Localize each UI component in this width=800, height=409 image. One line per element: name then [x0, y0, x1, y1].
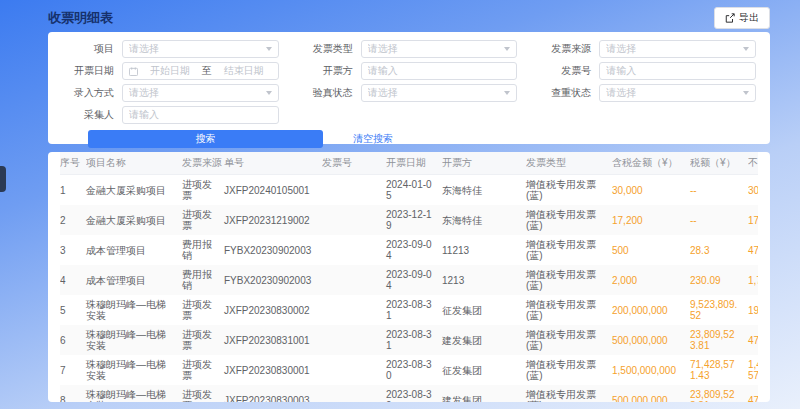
table-cell: 71,428,571.43 — [690, 355, 748, 385]
table-cell: 8 — [60, 385, 86, 402]
table-cell: 476,190,476.19 — [748, 385, 758, 402]
invoice-detail-page: 收票明细表 导出 项目请选择发票类型请选择发票来源请选择开票日期开始日期至结束日… — [0, 0, 800, 409]
table-row[interactable]: 1金融大厦采购项目进项发票JXFP202401050012024-01-05东海… — [60, 175, 758, 206]
search-button[interactable]: 搜索 — [88, 130, 323, 148]
chevron-down-icon — [743, 47, 749, 51]
table-cell: 2023-09-04 — [386, 235, 442, 265]
select-1[interactable]: 请选择 — [122, 40, 279, 58]
table-cell — [322, 235, 386, 265]
column-header: 发票来源 — [182, 152, 224, 175]
table-cell: 增值税专用发票(蓝) — [526, 295, 612, 325]
column-header: 发票类型 — [526, 152, 612, 175]
table-cell — [322, 175, 386, 206]
page-title: 收票明细表 — [48, 9, 113, 27]
table-row[interactable]: 5珠穆朗玛峰—电梯安装进项发票JXFP202308300022023-08-31… — [60, 295, 758, 325]
table-cell: 1213 — [442, 265, 526, 295]
table-cell: 费用报销 — [182, 265, 224, 295]
table-cell: -- — [690, 205, 748, 235]
table-cell: 增值税专用发票(蓝) — [526, 265, 612, 295]
select-7[interactable]: 请选择 — [122, 84, 279, 102]
column-header: 项目名称 — [86, 152, 182, 175]
select-3[interactable]: 请选择 — [599, 40, 756, 58]
column-header: 单号 — [224, 152, 322, 175]
table-cell: 5 — [60, 295, 86, 325]
table-cell: 进项发票 — [182, 175, 224, 206]
table-cell: FYBX20230902003 — [224, 235, 322, 265]
filter-grid: 项目请选择发票类型请选择发票来源请选择开票日期开始日期至结束日期开票方请输入发票… — [62, 41, 756, 123]
column-header: 序号 — [60, 152, 86, 175]
table-cell: 费用报销 — [182, 235, 224, 265]
filter-actions: 搜索 清空搜索 — [88, 130, 756, 148]
table-cell: 2023-08-31 — [386, 325, 442, 355]
filter-field-1: 项目请选择 — [62, 41, 279, 57]
table-cell: 23,809,523.81 — [690, 325, 748, 355]
text-input-10[interactable]: 请输入 — [122, 106, 279, 124]
select-9[interactable]: 请选择 — [599, 84, 756, 102]
filter-field-10: 采集人请输入 — [62, 107, 279, 123]
table-cell: 500,000,000 — [612, 385, 690, 402]
text-input-5[interactable]: 请输入 — [361, 62, 518, 80]
export-button[interactable]: 导出 — [714, 7, 770, 29]
table-cell: 1,428,571,428.57 — [748, 355, 758, 385]
table-cell: 30,000 — [748, 175, 758, 206]
title-bar: 收票明细表 导出 — [48, 8, 770, 28]
column-header: 不含税金额（¥） — [748, 152, 758, 175]
select-2[interactable]: 请选择 — [361, 40, 518, 58]
export-label: 导出 — [739, 11, 759, 25]
table-cell: 2023-08-30 — [386, 385, 442, 402]
table-header-row: 序号项目名称发票来源单号发票号开票日期开票方发票类型含税金额（¥）税额（¥）不含… — [60, 152, 758, 175]
filter-field-2: 发票类型请选择 — [301, 41, 518, 57]
sidebar-drawer-handle[interactable] — [0, 166, 6, 192]
main-content: 收票明细表 导出 项目请选择发票类型请选择发票来源请选择开票日期开始日期至结束日… — [48, 8, 770, 402]
invoice-table-card: 序号项目名称发票来源单号发票号开票日期开票方发票类型含税金额（¥）税额（¥）不含… — [48, 152, 770, 402]
table-cell: 9,523,809.52 — [690, 295, 748, 325]
table-cell: 1 — [60, 175, 86, 206]
filter-field-label: 发票号 — [539, 64, 591, 78]
table-row[interactable]: 6珠穆朗玛峰—电梯安装进项发票JXFP202308310012023-08-31… — [60, 325, 758, 355]
table-cell: JXFP20240105001 — [224, 175, 322, 206]
table-cell: 进项发票 — [182, 385, 224, 402]
table-cell: 500,000,000 — [612, 325, 690, 355]
table-row[interactable]: 8珠穆朗玛峰—电梯安装进项发票JXFP202308300032023-08-30… — [60, 385, 758, 402]
chevron-down-icon — [266, 91, 272, 95]
table-cell: 成本管理项目 — [86, 235, 182, 265]
table-cell: 进项发票 — [182, 205, 224, 235]
filter-field-5: 开票方请输入 — [301, 63, 518, 79]
table-cell: 17,200 — [748, 205, 758, 235]
table-row[interactable]: 7珠穆朗玛峰—电梯安装进项发票JXFP202308300012023-08-30… — [60, 355, 758, 385]
invoice-table: 序号项目名称发票来源单号发票号开票日期开票方发票类型含税金额（¥）税额（¥）不含… — [60, 152, 758, 402]
table-cell: 2 — [60, 205, 86, 235]
table-cell: 30,000 — [612, 175, 690, 206]
table-cell — [322, 265, 386, 295]
table-body: 1金融大厦采购项目进项发票JXFP202401050012024-01-05东海… — [60, 175, 758, 403]
clear-search-link[interactable]: 清空搜索 — [353, 132, 393, 146]
table-cell: 23,809,523.81 — [690, 385, 748, 402]
filter-field-label: 发票类型 — [301, 42, 353, 56]
chevron-down-icon — [504, 47, 510, 51]
table-cell: 476,190,476.19 — [748, 325, 758, 355]
table-cell: 2023-08-31 — [386, 295, 442, 325]
table-cell: -- — [690, 175, 748, 206]
filter-field-label: 开票方 — [301, 64, 353, 78]
table-cell: 珠穆朗玛峰—电梯安装 — [86, 295, 182, 325]
table-cell: 7 — [60, 355, 86, 385]
select-8[interactable]: 请选择 — [361, 84, 518, 102]
table-cell: 190,476,190.48 — [748, 295, 758, 325]
table-cell: 200,000,000 — [612, 295, 690, 325]
table-row[interactable]: 2金融大厦采购项目进项发票JXFP202312190022023-12-19东海… — [60, 205, 758, 235]
table-cell: 东海特佳 — [442, 175, 526, 206]
table-row[interactable]: 3成本管理项目费用报销FYBX202309020032023-09-041121… — [60, 235, 758, 265]
table-cell: 230.09 — [690, 265, 748, 295]
table-cell: 进项发票 — [182, 355, 224, 385]
filter-field-label: 查重状态 — [539, 86, 591, 100]
table-cell: 17,200 — [612, 205, 690, 235]
date-range-input[interactable]: 开始日期至结束日期 — [122, 62, 279, 80]
column-header: 开票方 — [442, 152, 526, 175]
filter-field-4: 开票日期开始日期至结束日期 — [62, 63, 279, 79]
table-row[interactable]: 4成本管理项目费用报销FYBX202309020032023-09-041213… — [60, 265, 758, 295]
table-cell: 进项发票 — [182, 325, 224, 355]
filter-field-3: 发票来源请选择 — [539, 41, 756, 57]
table-cell: 征发集团 — [442, 295, 526, 325]
export-icon — [725, 13, 735, 23]
text-input-6[interactable]: 请输入 — [599, 62, 756, 80]
